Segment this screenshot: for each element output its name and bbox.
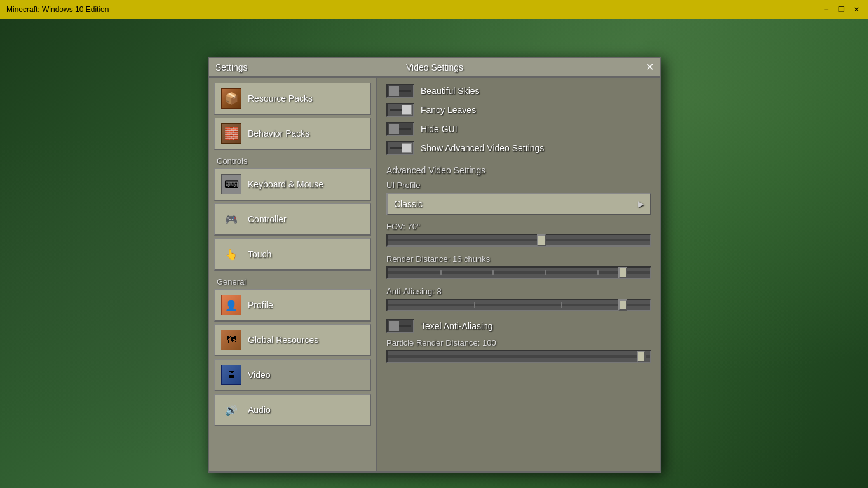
video-settings-panel: Beautiful Skies Fancy Leaves Hide GUI bbox=[377, 78, 660, 471]
keyboard-mouse-label: Keyboard & Mouse bbox=[248, 179, 323, 189]
profile-icon bbox=[221, 295, 241, 315]
audio-label: Audio bbox=[248, 405, 271, 415]
sidebar-item-resource-packs[interactable]: Resource Packs bbox=[214, 83, 371, 115]
render-distance-thumb[interactable] bbox=[618, 267, 627, 278]
profile-label: Profile bbox=[248, 300, 273, 310]
sidebar-item-profile[interactable]: Profile bbox=[214, 289, 371, 322]
dropdown-arrow-icon: ▶ bbox=[638, 200, 644, 208]
ui-profile-value: Classic bbox=[394, 199, 423, 209]
video-settings-title: Video Settings bbox=[406, 62, 463, 72]
sidebar-item-keyboard-mouse[interactable]: Keyboard & Mouse bbox=[214, 168, 371, 201]
show-advanced-toggle[interactable] bbox=[386, 141, 414, 155]
hide-gui-label: Hide GUI bbox=[421, 124, 458, 134]
anti-aliasing-slider[interactable] bbox=[386, 299, 651, 311]
texel-anti-aliasing-toggle[interactable] bbox=[386, 319, 414, 333]
sidebar-item-touch[interactable]: Touch bbox=[214, 238, 371, 271]
dialog-close-button[interactable]: ✕ bbox=[646, 62, 654, 72]
beautiful-skies-row: Beautiful Skies bbox=[386, 84, 651, 98]
anti-aliasing-label: Anti-Aliasing: 8 bbox=[386, 287, 651, 296]
sidebar-item-behavior-packs[interactable]: Behavior Packs bbox=[214, 118, 371, 150]
render-distance-track bbox=[388, 271, 650, 274]
sidebar-item-video[interactable]: Video bbox=[214, 359, 371, 391]
video-label: Video bbox=[248, 370, 271, 380]
show-advanced-row: Show Advanced Video Settings bbox=[386, 141, 651, 155]
settings-sidebar: Resource Packs Behavior Packs Controls K… bbox=[209, 78, 377, 471]
restore-button[interactable]: ❐ bbox=[836, 4, 846, 15]
hide-gui-row: Hide GUI bbox=[386, 122, 651, 136]
resource-packs-label: Resource Packs bbox=[248, 93, 313, 104]
sidebar-item-controller[interactable]: Controller bbox=[214, 203, 371, 236]
behavior-packs-label: Behavior Packs bbox=[248, 128, 309, 139]
controller-label: Controller bbox=[248, 214, 287, 224]
render-distance-slider[interactable] bbox=[386, 266, 651, 279]
show-advanced-label: Show Advanced Video Settings bbox=[421, 143, 544, 153]
ui-profile-section-title: UI Profile bbox=[386, 178, 651, 193]
toggle-knob bbox=[402, 105, 412, 115]
behavior-packs-icon bbox=[221, 123, 241, 144]
beautiful-skies-label: Beautiful Skies bbox=[421, 86, 480, 96]
titlebar: Minecraft: Windows 10 Edition − ❐ ✕ bbox=[0, 0, 868, 19]
window-controls: − ❐ ✕ bbox=[821, 4, 862, 15]
global-resources-icon bbox=[221, 330, 241, 350]
fancy-leaves-row: Fancy Leaves bbox=[386, 103, 651, 117]
settings-title: Settings bbox=[215, 62, 248, 72]
touch-label: Touch bbox=[248, 249, 271, 259]
general-section-header: General bbox=[214, 273, 371, 289]
fov-track bbox=[388, 239, 650, 241]
particle-render-thumb[interactable] bbox=[637, 351, 646, 362]
resource-packs-icon bbox=[221, 88, 241, 109]
fov-label: FOV: 70° bbox=[386, 222, 651, 231]
fov-thumb[interactable] bbox=[537, 234, 546, 246]
particle-render-slider[interactable] bbox=[386, 350, 651, 363]
hide-gui-toggle[interactable] bbox=[386, 122, 414, 136]
tick-aa-2 bbox=[561, 302, 562, 308]
anti-aliasing-track bbox=[388, 304, 650, 306]
render-distance-label: Render Distance: 16 chunks bbox=[386, 254, 651, 264]
texel-anti-aliasing-row: Texel Anti-Aliasing bbox=[386, 319, 651, 333]
minimize-button[interactable]: − bbox=[821, 4, 831, 15]
dialog-titlebar: Settings Video Settings ✕ bbox=[209, 58, 660, 78]
video-icon bbox=[221, 365, 241, 385]
fov-slider[interactable] bbox=[386, 234, 651, 247]
tick-3 bbox=[545, 270, 546, 275]
window-title: Minecraft: Windows 10 Edition bbox=[6, 5, 109, 14]
controller-icon bbox=[221, 209, 241, 229]
toggle-knob bbox=[389, 321, 399, 331]
toggle-knob bbox=[389, 86, 399, 96]
sidebar-item-audio[interactable]: Audio bbox=[214, 394, 371, 426]
texel-anti-aliasing-label: Texel Anti-Aliasing bbox=[421, 321, 493, 331]
keyboard-icon bbox=[221, 174, 241, 194]
controls-section-header: Controls bbox=[214, 152, 371, 168]
tick-2 bbox=[492, 270, 494, 275]
anti-aliasing-thumb[interactable] bbox=[618, 299, 627, 311]
touch-icon bbox=[221, 244, 241, 264]
beautiful-skies-toggle[interactable] bbox=[386, 84, 414, 98]
toggle-knob bbox=[402, 143, 412, 153]
particle-render-track bbox=[388, 355, 650, 358]
particle-render-label: Particle Render Distance: 100 bbox=[386, 338, 651, 348]
ui-profile-dropdown[interactable]: Classic ▶ bbox=[386, 193, 651, 215]
fancy-leaves-toggle[interactable] bbox=[386, 103, 414, 117]
settings-dialog: Settings Video Settings ✕ Resource Packs… bbox=[208, 57, 661, 473]
audio-icon bbox=[221, 400, 241, 420]
tick-4 bbox=[597, 270, 599, 275]
tick-aa-1 bbox=[474, 302, 475, 308]
advanced-section-title: Advanced Video Settings bbox=[386, 160, 651, 178]
close-button[interactable]: ✕ bbox=[851, 4, 862, 15]
toggle-knob bbox=[389, 124, 399, 134]
fancy-leaves-label: Fancy Leaves bbox=[421, 105, 476, 115]
dialog-body: Resource Packs Behavior Packs Controls K… bbox=[209, 78, 660, 471]
sidebar-item-global-resources[interactable]: Global Resources bbox=[214, 324, 371, 356]
tick-1 bbox=[440, 270, 442, 275]
global-resources-label: Global Resources bbox=[248, 335, 318, 345]
